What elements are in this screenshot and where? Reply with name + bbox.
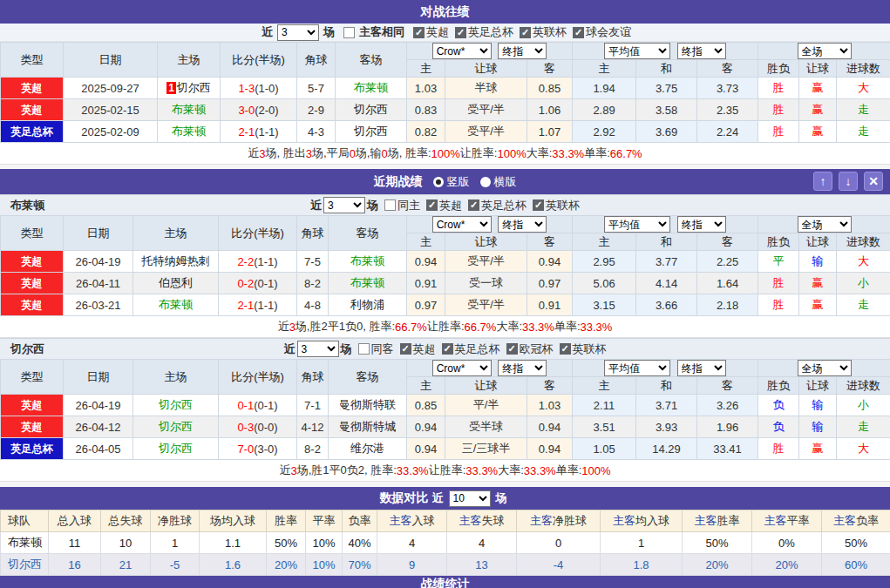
- away-team: 布莱顿: [350, 276, 384, 289]
- competition-checkbox[interactable]: [506, 343, 518, 355]
- scroll-down-button[interactable]: ↓: [839, 172, 858, 191]
- col-avg-away: 客: [697, 233, 758, 251]
- cell-value: 20%: [683, 554, 752, 576]
- cell-corner: 4-12: [297, 416, 329, 438]
- cell-odds-home: 0.83: [407, 99, 445, 121]
- h2h-games-select[interactable]: 3: [277, 24, 319, 41]
- competition-checkbox[interactable]: [426, 199, 438, 211]
- cell-result-handicap: 输: [799, 416, 837, 438]
- cell-avg-away: 1.64: [697, 273, 758, 294]
- cell-avg-away: 3.73: [697, 78, 758, 99]
- games-label: 场: [323, 24, 335, 40]
- competition-checkbox[interactable]: [468, 199, 479, 211]
- average-select[interactable]: 平均值: [604, 360, 670, 376]
- competition-checkbox[interactable]: [533, 199, 544, 211]
- same-home-checkbox[interactable]: [384, 199, 396, 211]
- cell-result-goals: 走: [837, 99, 890, 121]
- avg-stage-select[interactable]: 终指: [677, 216, 726, 233]
- team-games-select[interactable]: 3: [297, 341, 339, 357]
- cell-avg-home: 3.51: [573, 416, 636, 438]
- col-venue-goal-diff: 主客净胜球: [517, 510, 601, 532]
- cell-corner: 2-9: [297, 99, 336, 121]
- home-team: 布莱顿: [159, 298, 193, 311]
- cell-team: 切尔西: [1, 554, 49, 576]
- games-label: 场: [341, 341, 352, 357]
- cell-value: 10: [101, 532, 151, 554]
- competition-checkbox[interactable]: [560, 343, 571, 355]
- avg-group-header: 平均值 终指: [573, 43, 758, 60]
- competition-checkbox[interactable]: [442, 343, 453, 355]
- competition-checkbox[interactable]: [400, 343, 411, 355]
- recent-section-header: 近期战绩 竖版 横版 ↑ ↓ ✕: [0, 169, 890, 194]
- cell-handicap: 受平/半: [445, 251, 527, 273]
- fulltime-select[interactable]: 全场: [798, 360, 852, 376]
- horizontal-layout-radio[interactable]: [480, 177, 491, 187]
- horizontal-layout-label: 横版: [494, 174, 517, 190]
- avg-stage-select[interactable]: 终指: [677, 360, 726, 376]
- cell-corner: 7-1: [297, 395, 329, 416]
- cell-value: 70%: [343, 554, 377, 576]
- cell-odds-home: 0.94: [407, 251, 445, 273]
- cell-result-wdl: 胜: [758, 438, 799, 460]
- vertical-layout-radio[interactable]: [433, 177, 444, 187]
- match-analysis-page: 对战往绩 近 3 场 主客相同 英超 英足总杯 英联杯 球会友谊 类型 日期 主…: [0, 0, 890, 588]
- competition-checkbox[interactable]: [413, 27, 425, 38]
- h2h-summary: 近 3 场, 胜出 3 场,平局 0 场,输 0 场, 胜率: 100% 让胜率…: [0, 143, 890, 165]
- home-team: 布莱顿: [172, 125, 206, 138]
- odds-stage-select[interactable]: 终指: [498, 360, 547, 376]
- cell-date: 2025-09-27: [64, 78, 158, 99]
- home-team: 伯恩利: [159, 276, 193, 289]
- cell-avg-draw: 3.93: [636, 416, 697, 438]
- cell-score: 7-0(3-0): [219, 438, 297, 460]
- average-select[interactable]: 平均值: [604, 43, 670, 59]
- bookmaker-select[interactable]: Crow*: [432, 43, 492, 59]
- same-venue-checkbox[interactable]: [343, 27, 355, 38]
- cell-avg-home: 2.95: [573, 251, 636, 273]
- competition-checkbox[interactable]: [520, 27, 531, 38]
- same-away-checkbox[interactable]: [358, 343, 370, 355]
- cell-type: 英足总杯: [1, 438, 64, 460]
- odds-stage-select[interactable]: 终指: [498, 43, 547, 59]
- avg-stage-select[interactable]: 终指: [677, 43, 726, 59]
- away-team: 切尔西: [354, 103, 388, 116]
- cell-corner: 4-3: [297, 121, 336, 143]
- odds-stage-select[interactable]: 终指: [498, 216, 547, 233]
- fulltime-select[interactable]: 全场: [798, 216, 852, 233]
- compare-games-select[interactable]: 10: [449, 490, 491, 507]
- cell-home: 切尔西: [133, 395, 219, 416]
- cell-avg-away: 1.96: [697, 416, 758, 438]
- cell-result-wdl: 负: [758, 416, 799, 438]
- cell-home: 伯恩利: [133, 273, 219, 294]
- close-button[interactable]: ✕: [864, 172, 883, 191]
- col-odds-home: 主: [407, 60, 445, 78]
- competition-checkbox[interactable]: [573, 27, 584, 38]
- col-corner: 角球: [297, 360, 329, 395]
- halftime-score: (1-0): [255, 82, 278, 95]
- col-avg-away: 客: [697, 377, 758, 395]
- fulltime-select[interactable]: 全场: [798, 43, 852, 59]
- scroll-up-button[interactable]: ↑: [813, 172, 832, 191]
- fulltime-score: 2-1: [238, 125, 255, 139]
- team-games-select[interactable]: 3: [323, 197, 365, 213]
- match-row: 英足总杯 26-04-05 切尔西 7-0(3-0) 8-2 维尔港 0.94 …: [1, 438, 890, 460]
- col-away: 客场: [329, 216, 407, 251]
- col-avg-home: 主: [573, 60, 636, 78]
- col-avg-goals: 场均入球: [200, 510, 267, 532]
- cell-odds-home: 0.82: [407, 121, 445, 143]
- near-label: 近: [262, 24, 273, 40]
- compare-table: 球队 总入球 总失球 净胜球 场均入球 胜率 平率 负率 主客入球 主客失球 主…: [0, 510, 890, 576]
- average-select[interactable]: 平均值: [604, 216, 670, 233]
- cell-value: 50%: [822, 532, 890, 554]
- bookmaker-select[interactable]: Crow*: [432, 360, 492, 376]
- bookmaker-select[interactable]: Crow*: [432, 216, 492, 233]
- away-team: 曼彻斯特城: [339, 420, 396, 433]
- competition-checkbox[interactable]: [455, 27, 466, 38]
- near-label: 近: [284, 341, 296, 357]
- team-subheader: 切尔西 近 3 场 同客 英超 英足总杯 欧冠杯 英联杯: [0, 338, 890, 359]
- match-row: 英超 2025-02-15 布莱顿 3-0(2-0) 2-9 切尔西 0.83 …: [1, 99, 890, 121]
- col-result-wdl: 胜负: [758, 377, 799, 395]
- halftime-score: (1-1): [255, 125, 278, 139]
- cell-result-wdl: 胜: [758, 121, 799, 143]
- cell-away: 切尔西: [336, 121, 407, 143]
- cell-odds-away: 0.94: [527, 438, 573, 460]
